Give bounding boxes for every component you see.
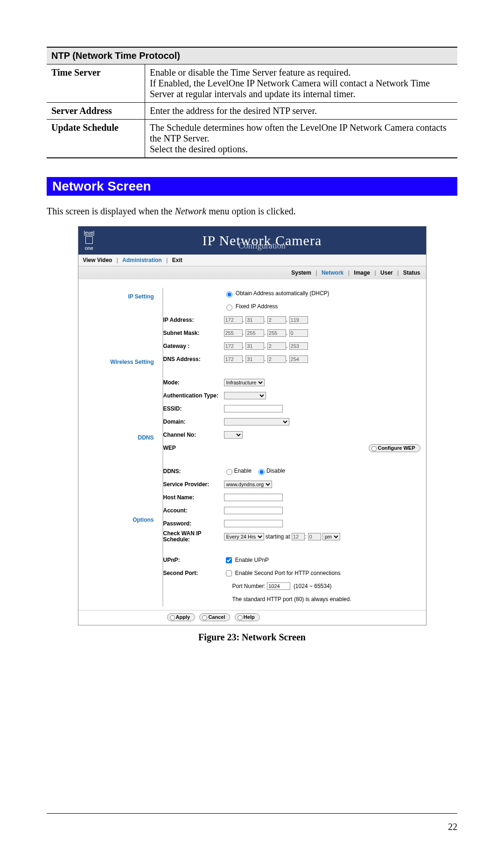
ntp-row1-desc: Enter the address for the desired NTP se… [145, 103, 458, 120]
label-wep: WEP [163, 445, 224, 451]
nav2-system[interactable]: System [291, 269, 311, 276]
ntp-header: NTP (Network Time Protocol) [47, 47, 457, 64]
label-ddns-disable: Disable [266, 468, 285, 474]
checkbox-enable-upnp[interactable] [226, 557, 232, 563]
ntp-row1-label: Server Address [47, 103, 145, 120]
nav-primary: View Video | Administration | Exit [78, 255, 426, 266]
label-gateway: Gateway : [163, 343, 224, 349]
ntp-row0-desc: Enable or disable the Time Server featur… [145, 64, 458, 103]
label-mode: Mode: [163, 379, 224, 386]
brand-sub: Configuration [104, 241, 420, 251]
label-auth-type: Authentication Type: [163, 392, 224, 399]
dns-0[interactable] [224, 355, 243, 363]
left-column: IP Setting Wireless Setting DDNS Options [84, 288, 163, 606]
radio-fixed-ip[interactable] [226, 305, 232, 311]
label-hostname: Host Name: [163, 494, 224, 501]
label-channel: Channel No: [163, 432, 224, 438]
nav2-network[interactable]: Network [322, 269, 343, 276]
logo-bottom: one [84, 246, 95, 251]
cat-wireless: Wireless Setting [84, 359, 154, 365]
ntp-row2-desc: The Schedule determines how often the Le… [145, 120, 458, 158]
label-port-note: The standard HTTP port (80) is always en… [224, 596, 420, 603]
nav-administration[interactable]: Administration [122, 257, 162, 263]
logo: level one [84, 230, 95, 251]
label-provider: Service Provider: [163, 481, 224, 488]
subnet-2[interactable] [267, 329, 286, 337]
brand: IP Network Camera Configuration [104, 233, 420, 248]
select-mode[interactable]: Infrastructure [224, 379, 265, 386]
nav-view-video[interactable]: View Video [83, 257, 112, 263]
input-start-hour[interactable] [292, 533, 305, 540]
configure-wep-button[interactable]: Configure WEP [369, 444, 420, 452]
input-port-number[interactable] [267, 582, 290, 590]
label-domain: Domain: [163, 418, 224, 425]
select-schedule[interactable]: Every 24 Hrs [224, 533, 264, 540]
figure-caption: Figure 23: Network Screen [47, 632, 457, 643]
ip-addr-2[interactable] [267, 316, 286, 324]
label-starting-at: starting at [266, 533, 290, 540]
select-ampm[interactable]: pm [322, 533, 340, 540]
label-ddns: DDNS: [163, 468, 224, 475]
label-upnp: UPnP: [163, 557, 224, 563]
help-button[interactable]: Help [235, 613, 260, 621]
ip-addr-0[interactable] [224, 316, 243, 324]
input-password[interactable] [224, 520, 283, 527]
intro-pre: This screen is displayed when the [47, 206, 175, 216]
input-hostname[interactable] [224, 494, 283, 501]
radio-ddns-disable[interactable] [259, 469, 265, 475]
shot-header: level one IP Network Camera Configuratio… [78, 227, 426, 255]
subnet-1[interactable] [245, 329, 264, 337]
ntp-table: NTP (Network Time Protocol) Time Server … [47, 47, 457, 158]
ip-addr-1[interactable] [245, 316, 264, 324]
shot-body: IP Setting Wireless Setting DDNS Options [78, 279, 426, 610]
cancel-button[interactable]: Cancel [199, 613, 230, 621]
gateway-3[interactable] [289, 342, 308, 350]
cat-ddns: DDNS [84, 434, 154, 441]
footer-rule [47, 813, 457, 814]
logo-icon [85, 236, 93, 244]
checkbox-second-port[interactable] [226, 570, 232, 576]
label-enable-second-port: Enable Second Port for HTTP connections [235, 570, 341, 576]
logo-top: level [84, 230, 95, 235]
label-port-range: (1024 ~ 65534) [294, 583, 332, 589]
shot-footer: Apply Cancel Help [78, 610, 426, 625]
ip-addr-3[interactable] [289, 316, 308, 324]
nav-sep: | [166, 257, 168, 263]
gateway-2[interactable] [267, 342, 286, 350]
radio-ddns-enable[interactable] [226, 469, 232, 475]
label-ipaddress: IP Address: [163, 317, 224, 323]
dns-3[interactable] [289, 355, 308, 363]
nav-secondary: System | Network | Image | User | Status [78, 266, 426, 279]
label-port-number: Port Number: [232, 583, 266, 589]
label-dhcp: Obtain Address automatically (DHCP) [236, 290, 329, 297]
subnet-0[interactable] [224, 329, 243, 337]
nav2-status[interactable]: Status [403, 269, 420, 276]
gateway-1[interactable] [245, 342, 264, 350]
select-auth[interactable] [224, 392, 266, 399]
nav2-image[interactable]: Image [354, 269, 370, 276]
ntp-row0-label: Time Server [47, 64, 145, 103]
gateway-0[interactable] [224, 342, 243, 350]
cat-ip-setting: IP Setting [84, 293, 154, 300]
input-account[interactable] [224, 507, 283, 514]
label-fixed-ip: Fixed IP Address [236, 303, 278, 310]
select-provider[interactable]: www.dyndns.org [224, 481, 272, 488]
apply-button[interactable]: Apply [167, 613, 196, 621]
label-password: Password: [163, 520, 224, 527]
section-title: Network Screen [47, 177, 457, 196]
radio-dhcp[interactable] [226, 291, 232, 298]
subnet-3[interactable] [289, 329, 308, 337]
label-dns: DNS Address: [163, 356, 224, 362]
input-essid[interactable] [224, 405, 283, 412]
section-intro: This screen is displayed when the Networ… [47, 206, 457, 217]
nav-exit[interactable]: Exit [172, 257, 182, 263]
intro-post: menu option is clicked. [206, 206, 296, 216]
nav2-user[interactable]: User [380, 269, 393, 276]
dns-2[interactable] [267, 355, 286, 363]
input-start-min[interactable] [308, 533, 321, 540]
select-domain[interactable] [224, 418, 289, 426]
page-number: 22 [448, 822, 457, 832]
dns-1[interactable] [245, 355, 264, 363]
label-second-port: Second Port: [163, 570, 224, 576]
select-channel[interactable] [224, 431, 243, 439]
